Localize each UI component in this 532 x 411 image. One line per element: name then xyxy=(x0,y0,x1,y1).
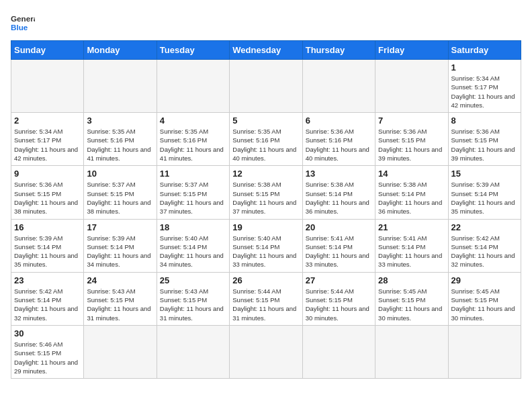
calendar-table: SundayMondayTuesdayWednesdayThursdayFrid… xyxy=(11,40,521,379)
day-number: 23 xyxy=(14,275,81,285)
calendar-cell xyxy=(11,60,84,113)
header-thursday: Thursday xyxy=(302,41,375,60)
day-number: 25 xyxy=(160,275,226,285)
calendar-week-3: 9Sunrise: 5:36 AMSunset: 5:15 PMDaylight… xyxy=(11,166,521,219)
day-info: Sunrise: 5:45 AMSunset: 5:15 PMDaylight:… xyxy=(451,287,518,322)
calendar-cell: 22Sunrise: 5:42 AMSunset: 5:14 PMDayligh… xyxy=(448,219,521,272)
calendar-cell: 30Sunrise: 5:46 AMSunset: 5:15 PMDayligh… xyxy=(11,325,84,378)
day-info: Sunrise: 5:36 AMSunset: 5:16 PMDaylight:… xyxy=(306,127,372,163)
calendar-cell xyxy=(157,60,229,113)
day-number: 4 xyxy=(160,116,226,126)
day-info: Sunrise: 5:36 AMSunset: 5:15 PMDaylight:… xyxy=(14,180,81,216)
day-info: Sunrise: 5:37 AMSunset: 5:15 PMDaylight:… xyxy=(87,180,153,216)
day-info: Sunrise: 5:46 AMSunset: 5:15 PMDaylight:… xyxy=(14,340,81,375)
calendar-cell: 2Sunrise: 5:34 AMSunset: 5:17 PMDaylight… xyxy=(11,113,84,166)
day-number: 29 xyxy=(451,275,518,285)
day-number: 10 xyxy=(87,169,153,179)
calendar-cell xyxy=(230,60,302,113)
calendar-cell: 18Sunrise: 5:40 AMSunset: 5:14 PMDayligh… xyxy=(157,219,229,272)
day-info: Sunrise: 5:41 AMSunset: 5:14 PMDaylight:… xyxy=(378,234,445,269)
calendar-cell: 6Sunrise: 5:36 AMSunset: 5:16 PMDaylight… xyxy=(302,113,375,166)
day-number: 24 xyxy=(87,275,153,285)
header-wednesday: Wednesday xyxy=(230,41,302,60)
day-info: Sunrise: 5:34 AMSunset: 5:17 PMDaylight:… xyxy=(451,74,518,109)
day-number: 8 xyxy=(451,116,518,126)
calendar-cell: 3Sunrise: 5:35 AMSunset: 5:16 PMDaylight… xyxy=(84,113,157,166)
day-number: 6 xyxy=(306,116,372,126)
calendar-cell: 11Sunrise: 5:37 AMSunset: 5:15 PMDayligh… xyxy=(157,166,229,219)
calendar-cell: 27Sunrise: 5:44 AMSunset: 5:15 PMDayligh… xyxy=(302,272,375,325)
day-number: 2 xyxy=(14,116,81,126)
day-number: 7 xyxy=(378,116,445,126)
day-info: Sunrise: 5:44 AMSunset: 5:15 PMDaylight:… xyxy=(306,287,372,322)
calendar-cell xyxy=(302,60,375,113)
day-number: 9 xyxy=(14,169,81,179)
page-header: General Blue xyxy=(11,11,521,35)
header-saturday: Saturday xyxy=(448,41,521,60)
day-number: 19 xyxy=(232,222,299,232)
day-info: Sunrise: 5:42 AMSunset: 5:14 PMDaylight:… xyxy=(14,287,81,322)
calendar-cell xyxy=(448,325,521,378)
day-number: 28 xyxy=(378,275,445,285)
calendar-cell: 16Sunrise: 5:39 AMSunset: 5:14 PMDayligh… xyxy=(11,219,84,272)
calendar-cell: 23Sunrise: 5:42 AMSunset: 5:14 PMDayligh… xyxy=(11,272,84,325)
day-info: Sunrise: 5:40 AMSunset: 5:14 PMDaylight:… xyxy=(160,234,226,269)
day-info: Sunrise: 5:38 AMSunset: 5:14 PMDaylight:… xyxy=(306,180,372,216)
calendar-cell: 10Sunrise: 5:37 AMSunset: 5:15 PMDayligh… xyxy=(84,166,157,219)
header-tuesday: Tuesday xyxy=(157,41,229,60)
day-number: 12 xyxy=(232,169,299,179)
day-info: Sunrise: 5:40 AMSunset: 5:14 PMDaylight:… xyxy=(232,234,299,269)
day-info: Sunrise: 5:43 AMSunset: 5:15 PMDaylight:… xyxy=(87,287,153,322)
calendar-cell: 4Sunrise: 5:35 AMSunset: 5:16 PMDaylight… xyxy=(157,113,229,166)
calendar-header-row: SundayMondayTuesdayWednesdayThursdayFrid… xyxy=(11,41,521,60)
calendar-week-1: 1Sunrise: 5:34 AMSunset: 5:17 PMDaylight… xyxy=(11,60,521,113)
day-info: Sunrise: 5:39 AMSunset: 5:14 PMDaylight:… xyxy=(451,180,518,216)
day-info: Sunrise: 5:36 AMSunset: 5:15 PMDaylight:… xyxy=(451,127,518,163)
day-info: Sunrise: 5:37 AMSunset: 5:15 PMDaylight:… xyxy=(160,180,226,216)
day-info: Sunrise: 5:38 AMSunset: 5:15 PMDaylight:… xyxy=(232,180,299,216)
calendar-cell: 13Sunrise: 5:38 AMSunset: 5:14 PMDayligh… xyxy=(302,166,375,219)
day-number: 14 xyxy=(378,169,445,179)
calendar-cell: 12Sunrise: 5:38 AMSunset: 5:15 PMDayligh… xyxy=(230,166,302,219)
day-number: 5 xyxy=(232,116,299,126)
calendar-cell: 24Sunrise: 5:43 AMSunset: 5:15 PMDayligh… xyxy=(84,272,157,325)
day-number: 11 xyxy=(160,169,226,179)
day-number: 17 xyxy=(87,222,153,232)
day-number: 15 xyxy=(451,169,518,179)
day-info: Sunrise: 5:34 AMSunset: 5:17 PMDaylight:… xyxy=(14,127,81,163)
calendar-cell: 7Sunrise: 5:36 AMSunset: 5:15 PMDaylight… xyxy=(375,113,448,166)
day-number: 1 xyxy=(451,62,518,73)
day-number: 21 xyxy=(378,222,445,232)
day-info: Sunrise: 5:35 AMSunset: 5:16 PMDaylight:… xyxy=(87,127,153,163)
header-sunday: Sunday xyxy=(11,41,84,60)
calendar-cell: 8Sunrise: 5:36 AMSunset: 5:15 PMDaylight… xyxy=(448,113,521,166)
day-number: 26 xyxy=(232,275,299,285)
day-number: 27 xyxy=(306,275,372,285)
day-number: 22 xyxy=(451,222,518,232)
calendar-cell: 28Sunrise: 5:45 AMSunset: 5:15 PMDayligh… xyxy=(375,272,448,325)
calendar-week-6: 30Sunrise: 5:46 AMSunset: 5:15 PMDayligh… xyxy=(11,325,521,378)
day-info: Sunrise: 5:43 AMSunset: 5:15 PMDaylight:… xyxy=(160,287,226,322)
day-info: Sunrise: 5:42 AMSunset: 5:14 PMDaylight:… xyxy=(451,234,518,269)
day-number: 3 xyxy=(87,116,153,126)
day-info: Sunrise: 5:45 AMSunset: 5:15 PMDaylight:… xyxy=(378,287,445,322)
day-info: Sunrise: 5:39 AMSunset: 5:14 PMDaylight:… xyxy=(14,234,81,269)
calendar-cell xyxy=(84,325,157,378)
calendar-week-2: 2Sunrise: 5:34 AMSunset: 5:17 PMDaylight… xyxy=(11,113,521,166)
calendar-cell: 26Sunrise: 5:44 AMSunset: 5:15 PMDayligh… xyxy=(230,272,302,325)
calendar-cell: 21Sunrise: 5:41 AMSunset: 5:14 PMDayligh… xyxy=(375,219,448,272)
header-friday: Friday xyxy=(375,41,448,60)
day-number: 30 xyxy=(14,328,81,338)
svg-text:Blue: Blue xyxy=(11,23,28,32)
day-number: 20 xyxy=(306,222,372,232)
calendar-cell xyxy=(302,325,375,378)
calendar-cell: 20Sunrise: 5:41 AMSunset: 5:14 PMDayligh… xyxy=(302,219,375,272)
svg-text:General: General xyxy=(11,14,35,23)
logo-icon: General Blue xyxy=(11,11,35,35)
calendar-cell: 5Sunrise: 5:35 AMSunset: 5:16 PMDaylight… xyxy=(230,113,302,166)
day-info: Sunrise: 5:36 AMSunset: 5:15 PMDaylight:… xyxy=(378,127,445,163)
calendar-cell: 17Sunrise: 5:39 AMSunset: 5:14 PMDayligh… xyxy=(84,219,157,272)
calendar-cell xyxy=(375,325,448,378)
calendar-week-4: 16Sunrise: 5:39 AMSunset: 5:14 PMDayligh… xyxy=(11,219,521,272)
day-number: 13 xyxy=(306,169,372,179)
